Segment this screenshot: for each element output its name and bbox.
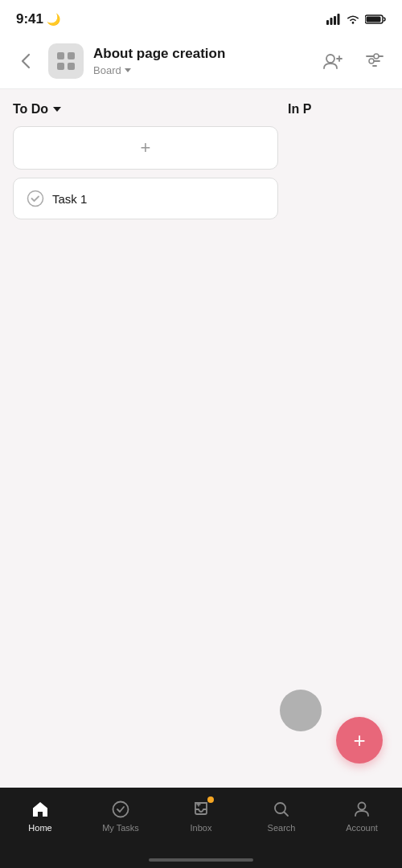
column-todo-chevron-icon — [53, 107, 61, 112]
mytasks-icon — [110, 799, 131, 820]
task-name: Task 1 — [52, 192, 87, 206]
header: About page creation Board — [0, 35, 402, 89]
board-area: To Do + Task 1 In P — [0, 89, 402, 219]
search-icon — [271, 799, 292, 820]
battery-icon — [365, 14, 386, 25]
svg-point-16 — [113, 802, 129, 817]
nav-label-mytasks: My Tasks — [102, 823, 139, 833]
svg-rect-6 — [367, 17, 381, 23]
svg-rect-1 — [330, 18, 333, 25]
home-icon — [30, 799, 51, 820]
moon-icon: 🌙 — [47, 13, 60, 26]
status-bar: 9:41 🌙 — [0, 0, 402, 35]
back-button[interactable] — [13, 48, 39, 74]
svg-point-14 — [369, 59, 374, 63]
app-icon — [48, 43, 84, 79]
column-todo-header: To Do — [13, 102, 278, 117]
svg-point-15 — [28, 191, 43, 207]
svg-point-7 — [326, 55, 334, 63]
header-actions — [318, 47, 389, 76]
board-label: Board — [93, 64, 121, 76]
svg-point-13 — [374, 54, 379, 59]
nav-label-search: Search — [268, 823, 296, 833]
add-member-button[interactable] — [318, 47, 347, 76]
task-check-icon — [27, 190, 44, 207]
nav-item-home[interactable]: Home — [0, 796, 80, 833]
nav-item-search[interactable]: Search — [241, 796, 322, 833]
nav-label-home: Home — [28, 823, 51, 833]
status-time: 9:41 — [16, 11, 43, 27]
svg-line-18 — [285, 813, 289, 817]
account-icon — [351, 799, 372, 820]
svg-rect-2 — [334, 16, 336, 25]
svg-point-19 — [359, 803, 366, 810]
column-inprogress-header: In P — [288, 102, 352, 117]
page-title: About page creation — [93, 46, 309, 62]
bottom-nav: Home My Tasks Inbox — [0, 788, 402, 868]
scroll-indicator — [280, 690, 322, 731]
chevron-down-icon — [125, 68, 131, 72]
nav-item-mytasks[interactable]: My Tasks — [80, 796, 161, 833]
column-inprogress-title: In P — [288, 102, 311, 117]
column-todo: To Do + Task 1 — [13, 102, 278, 219]
nav-label-inbox: Inbox — [191, 823, 212, 833]
fab-plus-icon: + — [353, 730, 365, 751]
nav-label-account: Account — [346, 823, 378, 833]
nav-item-account[interactable]: Account — [322, 796, 402, 833]
column-todo-title: To Do — [13, 102, 48, 117]
signal-icon — [326, 14, 341, 25]
svg-rect-0 — [326, 20, 329, 25]
add-task-plus-icon: + — [141, 137, 151, 158]
task-card[interactable]: Task 1 — [13, 178, 278, 219]
header-title-area: About page creation Board — [93, 46, 309, 76]
wifi-icon — [346, 14, 360, 25]
filter-button[interactable] — [360, 47, 389, 76]
nav-item-inbox[interactable]: Inbox — [161, 796, 241, 833]
board-selector[interactable]: Board — [93, 64, 309, 76]
svg-rect-3 — [338, 14, 340, 25]
add-task-button[interactable]: + — [13, 126, 278, 170]
inbox-icon — [191, 799, 211, 820]
columns-container: To Do + Task 1 In P — [13, 102, 389, 219]
fab-add-button[interactable]: + — [336, 717, 383, 764]
home-indicator — [149, 858, 253, 862]
svg-point-4 — [352, 22, 355, 24]
inbox-badge — [207, 796, 214, 803]
status-icons — [326, 14, 386, 25]
column-inprogress: In P — [288, 102, 352, 219]
